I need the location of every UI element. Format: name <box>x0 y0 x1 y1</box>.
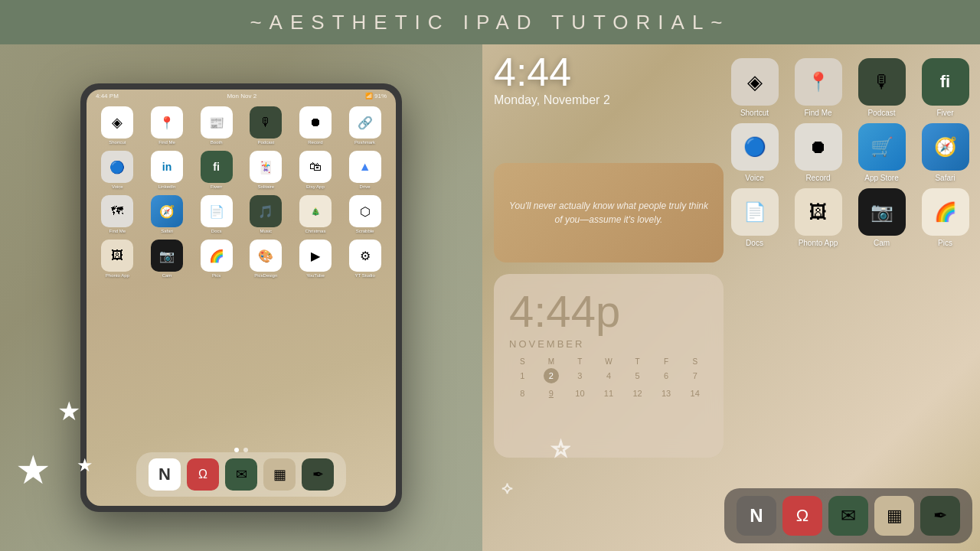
app-etsy[interactable]: 🛍 Etsy App <box>299 151 332 189</box>
calendar-grid: S M T W T F S 1 2 3 4 5 6 7 8 9 10 11 12… <box>509 357 708 401</box>
cal-day-12: 12 <box>630 386 645 401</box>
cal-day-10: 10 <box>572 386 587 401</box>
cal-day-8: 8 <box>514 386 530 401</box>
clock-widget-month: NOVEMBER <box>509 338 708 350</box>
cal-header-s1: S <box>509 357 536 366</box>
app-maps[interactable]: 🗺 Find Me <box>101 195 133 233</box>
left-panel: ★ ★ ★ 4:44 PM Mon Nov 2 📶 91% <box>0 44 482 551</box>
ipad-date: Mon Nov 2 <box>227 93 256 99</box>
app-voice[interactable]: 🔵 Voice <box>101 151 133 189</box>
right-dock-procreate[interactable]: ✒ <box>920 496 960 536</box>
right-time-display: 4:44 Monday, November 2 <box>494 52 610 107</box>
app-booth[interactable]: 📰 Booth <box>201 106 233 145</box>
right-app-voice[interactable]: 🔵 Voice <box>726 123 783 182</box>
app-safari-small[interactable]: 🧭 Safari <box>151 195 183 233</box>
app-phonto[interactable]: 🖼 Phonto App <box>101 240 133 278</box>
app-pics[interactable]: 🌈 Pics <box>201 240 233 278</box>
app-picsdesign[interactable]: 🎨 PicsDesign <box>250 240 282 278</box>
right-app-shortcut[interactable]: ◈ Shortcut <box>726 58 783 117</box>
right-app-cam[interactable]: 📷 Cam <box>853 188 910 247</box>
right-app-record[interactable]: ⏺ Record <box>789 123 847 182</box>
ipad-battery: 📶 91% <box>365 93 387 99</box>
ipad-status-bar: 4:44 PM Mon Nov 2 📶 91% <box>87 90 396 103</box>
app-solitaire[interactable]: 🃏 Solitaire <box>250 151 282 189</box>
app-docs[interactable]: 📄 Docs <box>201 195 233 233</box>
cal-header-f: F <box>653 357 680 366</box>
ipad-time: 4:44 PM <box>96 93 119 99</box>
cal-header-w: W <box>596 357 622 366</box>
ipad-app-grid: ◈ Shortcut 📍 Find Me 📰 Booth 🎙 <box>93 106 390 284</box>
app-fiverr[interactable]: fi Fiverr <box>201 151 233 189</box>
right-dock-grid[interactable]: ▦ <box>874 496 914 536</box>
ipad-device: 4:44 PM Mon Nov 2 📶 91% ◈ Shortcut 📍 <box>80 83 402 512</box>
app-cam[interactable]: 📷 Cam <box>151 240 183 278</box>
star-outline-sm: ✦ <box>501 481 513 497</box>
app-christmas[interactable]: 🎄 Christmas <box>299 195 332 233</box>
right-dock: N Ω ✉ ▦ ✒ <box>724 488 972 543</box>
stars-decoration-right: ☆ ✦ <box>494 436 570 497</box>
app-scrabble[interactable]: ⬡ Scrabble <box>349 195 381 233</box>
star-outline-lg: ☆ <box>551 436 570 461</box>
cal-day-3: 3 <box>572 368 587 383</box>
main-content: ★ ★ ★ 4:44 PM Mon Nov 2 📶 91% <box>0 44 980 551</box>
right-panel: 4:44 Monday, November 2 ◈ Shortcut 📍 Fin… <box>482 44 980 551</box>
cal-day-14: 14 <box>688 386 703 401</box>
right-app-fiverr[interactable]: fi Fiver <box>916 58 974 117</box>
right-dock-mail[interactable]: ✉ <box>828 496 868 536</box>
cal-day-13: 13 <box>658 386 674 401</box>
cal-day-7: 7 <box>688 368 703 383</box>
cal-day-6: 6 <box>658 368 674 383</box>
right-app-phonto[interactable]: 🖼 Phonto App <box>789 188 847 247</box>
cal-day-5: 5 <box>630 368 645 383</box>
header-title: ~AESTHETIC IPAD TUTORIAL~ <box>250 11 730 34</box>
app-shortcut[interactable]: ◈ Shortcut <box>101 106 133 145</box>
cal-day-1: 1 <box>514 368 530 383</box>
star-small: ★ <box>77 456 93 474</box>
dock-outlook[interactable]: Ω <box>187 458 219 491</box>
app-music[interactable]: 🎵 Music <box>250 195 282 233</box>
right-dock-outlook[interactable]: Ω <box>782 496 822 536</box>
right-app-podcast[interactable]: 🎙 Podcast <box>853 58 910 117</box>
right-time: 4:44 <box>494 52 610 92</box>
right-app-docs[interactable]: 📄 Docs <box>726 188 783 247</box>
header-banner: ~AESTHETIC IPAD TUTORIAL~ <box>0 0 980 44</box>
app-youtube[interactable]: ▶ YouTube <box>299 240 332 278</box>
app-record[interactable]: ⏺ Record <box>299 106 332 145</box>
right-app-safari[interactable]: 🧭 Safari <box>916 123 974 182</box>
star-large: ★ <box>15 450 51 490</box>
cal-header-t1: T <box>567 357 593 366</box>
right-app-grid: ◈ Shortcut 📍 Find Me 🎙 Podcast fi Fiver … <box>720 52 980 253</box>
star-medium-top: ★ <box>57 398 80 424</box>
right-app-appstore[interactable]: 🛒 App Store <box>853 123 910 182</box>
quote-text: You'll never actually know what people t… <box>509 199 708 227</box>
dock-mail[interactable]: ✉ <box>225 458 257 491</box>
dock-grid[interactable]: ▦ <box>263 458 296 491</box>
app-linkedin[interactable]: in LinkedIn <box>151 151 183 189</box>
quote-widget: You'll never actually know what people t… <box>494 163 724 262</box>
dock-notion[interactable]: N <box>149 458 181 491</box>
right-date: Monday, November 2 <box>494 93 610 107</box>
stars-decoration-left: ★ ★ ★ <box>15 398 115 490</box>
right-app-pics[interactable]: 🌈 Pics <box>916 188 974 247</box>
cal-header-s2: S <box>681 357 708 366</box>
right-app-findme[interactable]: 📍 Find Me <box>789 58 847 117</box>
cal-header-m: M <box>538 357 565 366</box>
cal-day-11: 11 <box>601 386 616 401</box>
app-podcast[interactable]: 🎙 Podcast <box>250 106 282 145</box>
app-drive[interactable]: ▲ Drive <box>349 151 381 189</box>
cal-day-4: 4 <box>601 368 616 383</box>
app-findme[interactable]: 📍 Find Me <box>151 106 183 145</box>
clock-widget: 4:44p NOVEMBER S M T W T F S 1 2 3 4 5 6… <box>494 274 724 458</box>
clock-widget-time: 4:44p <box>509 289 708 334</box>
app-poshmark[interactable]: 🔗 Poshmark <box>349 106 381 145</box>
app-ytstudio[interactable]: ⚙ YT Studio <box>349 240 381 278</box>
ipad-screen: 4:44 PM Mon Nov 2 📶 91% ◈ Shortcut 📍 <box>87 90 396 506</box>
ipad-dock: N Ω ✉ ▦ ✒ <box>136 452 346 497</box>
cal-header-t2: T <box>624 357 651 366</box>
dock-procreate[interactable]: ✒ <box>302 458 334 491</box>
cal-day-9: 9 <box>544 386 559 401</box>
cal-day-2: 2 <box>544 368 559 383</box>
right-dock-notion[interactable]: N <box>737 496 776 536</box>
